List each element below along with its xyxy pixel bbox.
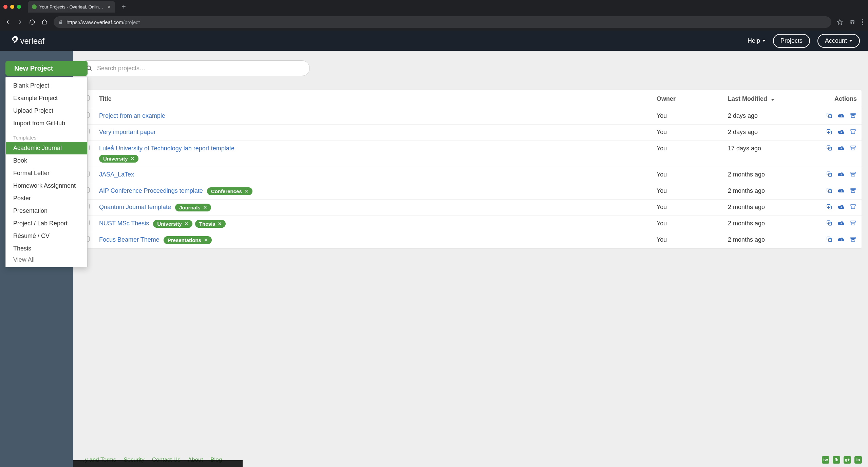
copy-icon[interactable] (826, 129, 833, 135)
home-icon[interactable] (41, 19, 48, 25)
reload-icon[interactable] (29, 19, 36, 25)
download-icon[interactable] (838, 220, 845, 226)
tag-remove-icon[interactable]: ✕ (185, 221, 188, 226)
np-template-item[interactable]: Thesis (6, 242, 87, 255)
download-icon[interactable] (838, 129, 845, 135)
overleaf-logo[interactable]: verleaf (8, 35, 66, 46)
row-modified: 2 days ago (723, 108, 818, 125)
minimize-window-icon[interactable] (10, 5, 14, 9)
new-tab-button[interactable]: + (118, 3, 129, 11)
archive-icon[interactable] (850, 112, 857, 118)
col-actions: Actions (818, 90, 862, 108)
np-template-item[interactable]: Book (6, 154, 87, 167)
col-title[interactable]: Title (94, 90, 652, 108)
tag-label: Presentations (168, 237, 201, 243)
copy-icon[interactable] (826, 187, 833, 193)
tag-remove-icon[interactable]: ✕ (131, 156, 134, 161)
download-icon[interactable] (838, 204, 845, 210)
project-link[interactable]: JASA_LaTex (99, 171, 134, 178)
templates-header: Templates (6, 133, 87, 142)
tag[interactable]: University✕ (99, 155, 138, 163)
project-link[interactable]: Very important paper (99, 129, 156, 135)
tag[interactable]: Conferences✕ (207, 187, 252, 195)
help-menu[interactable]: Help (748, 37, 766, 44)
np-template-item[interactable]: View All (6, 255, 87, 266)
close-window-icon[interactable] (3, 5, 7, 9)
browser-status-hint (73, 460, 243, 467)
project-link[interactable]: Project from an example (99, 112, 165, 119)
download-icon[interactable] (838, 145, 845, 151)
tags: University✕Thesis✕ (153, 220, 226, 228)
archive-icon[interactable] (850, 204, 857, 210)
kebab-menu-icon[interactable] (862, 19, 863, 25)
tag[interactable]: Thesis✕ (195, 220, 226, 228)
tag-label: University (157, 221, 182, 227)
tag[interactable]: Journals✕ (175, 204, 211, 211)
np-item[interactable]: Upload Project (6, 105, 87, 117)
archive-icon[interactable] (850, 129, 857, 135)
tag-remove-icon[interactable]: ✕ (204, 238, 208, 243)
download-icon[interactable] (838, 112, 845, 118)
svg-rect-35 (851, 221, 855, 222)
search-input[interactable] (97, 65, 303, 72)
address-bar[interactable]: https://www.overleaf.com/project (54, 16, 831, 28)
copy-icon[interactable] (826, 236, 833, 242)
svg-rect-11 (851, 113, 855, 115)
forward-icon[interactable] (17, 19, 24, 25)
tag-remove-icon[interactable]: ✕ (245, 189, 248, 194)
np-template-item[interactable]: Poster (6, 192, 87, 205)
np-template-item[interactable]: Résumé / CV (6, 230, 87, 242)
maximize-window-icon[interactable] (17, 5, 21, 9)
back-icon[interactable] (5, 19, 12, 25)
copy-icon[interactable] (826, 204, 833, 210)
account-menu[interactable]: Account (817, 34, 860, 48)
col-modified[interactable]: Last Modified (723, 90, 818, 108)
download-icon[interactable] (838, 171, 845, 177)
copy-icon[interactable] (826, 145, 833, 151)
col-owner[interactable]: Owner (652, 90, 723, 108)
np-item[interactable]: Blank Project (6, 79, 87, 92)
tag[interactable]: University✕ (153, 220, 192, 228)
np-template-item[interactable]: Presentation (6, 205, 87, 217)
copy-icon[interactable] (826, 171, 833, 177)
np-item[interactable]: Example Project (6, 92, 87, 105)
np-item[interactable]: Import from GitHub (6, 117, 87, 130)
project-link[interactable]: NUST MSc Thesis (99, 220, 149, 227)
googleplus-icon[interactable]: g+ (844, 456, 851, 464)
twitter-icon[interactable]: tw (822, 456, 829, 464)
archive-icon[interactable] (850, 171, 857, 177)
star-icon[interactable] (837, 19, 843, 25)
project-link[interactable]: Luleå University of Technology lab repor… (99, 145, 234, 152)
facebook-icon[interactable]: fb (833, 456, 840, 464)
svg-rect-39 (851, 237, 855, 239)
close-tab-icon[interactable]: ✕ (107, 4, 111, 10)
np-template-item[interactable]: Formal Letter (6, 167, 87, 180)
tag-remove-icon[interactable]: ✕ (218, 221, 222, 226)
project-link[interactable]: Quantum Journal template (99, 204, 171, 210)
np-template-item[interactable]: Academic Journal (6, 142, 87, 154)
project-link[interactable]: Focus Beamer Theme (99, 236, 159, 243)
archive-icon[interactable] (850, 145, 857, 151)
new-project-button[interactable]: New Project (5, 61, 88, 76)
row-owner: You (652, 141, 723, 167)
search-box[interactable] (79, 60, 310, 76)
projects-button[interactable]: Projects (773, 34, 810, 48)
download-icon[interactable] (838, 187, 845, 193)
archive-icon[interactable] (850, 220, 857, 226)
archive-icon[interactable] (850, 236, 857, 242)
account-label: Account (825, 37, 847, 44)
project-link[interactable]: AIP Conference Proceedings template (99, 187, 203, 194)
tag-remove-icon[interactable]: ✕ (203, 205, 207, 210)
download-icon[interactable] (838, 236, 845, 242)
linkedin-icon[interactable]: in (854, 456, 862, 464)
copy-icon[interactable] (826, 112, 833, 118)
np-template-item[interactable]: Homework Assignment (6, 180, 87, 192)
copy-icon[interactable] (826, 220, 833, 226)
search-wrap (73, 51, 868, 90)
tag[interactable]: Presentations✕ (164, 236, 212, 244)
new-project-wrap: New Project Blank ProjectExample Project… (5, 61, 88, 267)
np-template-item[interactable]: Project / Lab Report (6, 217, 87, 230)
archive-icon[interactable] (850, 187, 857, 193)
browser-tab[interactable]: Your Projects - Overleaf, Onlin… ✕ (28, 1, 115, 13)
incognito-icon[interactable] (849, 19, 856, 25)
